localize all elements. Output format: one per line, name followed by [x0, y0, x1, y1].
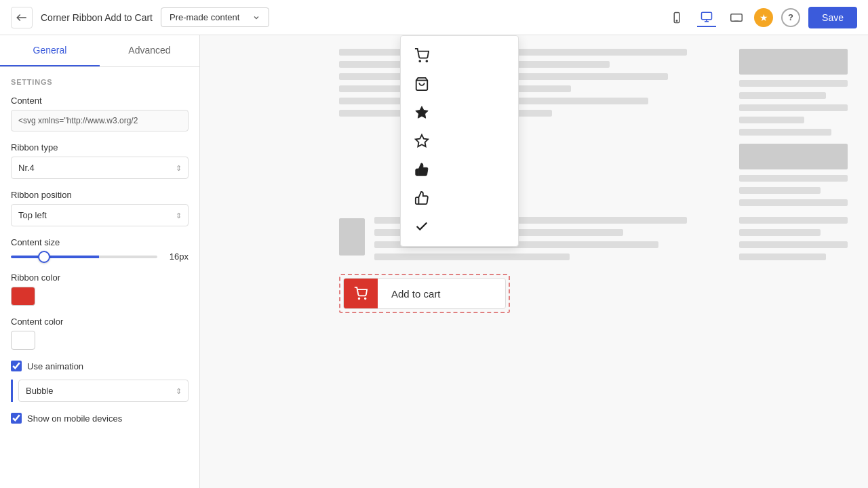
save-button[interactable]: Save: [808, 7, 857, 28]
content-label: Content: [11, 96, 189, 106]
star-badge-icon[interactable]: ★: [754, 8, 773, 27]
ribbon-type-field-group: Ribbon type Nr.1Nr.2Nr.3Nr.4Nr.5: [11, 142, 189, 179]
content-size-slider-row: 16px: [11, 251, 189, 262]
use-animation-checkbox[interactable]: [11, 361, 22, 371]
skeleton-line: [739, 117, 804, 123]
tab-advanced[interactable]: Advanced: [100, 35, 199, 66]
skeleton-line: [739, 175, 848, 182]
widescreen-icon[interactable]: [727, 8, 746, 27]
svg-point-10: [365, 298, 366, 300]
add-to-cart-label: Add to cart: [378, 280, 454, 308]
preview-thumbnail: [339, 218, 365, 256]
content-size-value: 16px: [164, 251, 189, 262]
premade-content-dropdown[interactable]: Pre-made content: [161, 7, 269, 27]
ribbon-type-select[interactable]: Nr.1Nr.2Nr.3Nr.4Nr.5: [11, 157, 189, 179]
svg-point-9: [359, 298, 360, 300]
ribbon-color-swatch[interactable]: [11, 287, 35, 306]
skeleton-line: [739, 129, 831, 136]
dropdown-item-star-outline[interactable]: [401, 127, 518, 155]
svg-rect-2: [702, 12, 712, 20]
skeleton-line: [739, 229, 821, 236]
back-button[interactable]: [11, 7, 33, 28]
skeleton-line: [739, 187, 821, 194]
animation-select-border: BubblePulseShakeBounce: [11, 380, 189, 402]
skeleton-line: [739, 104, 848, 111]
svg-rect-3: [731, 14, 743, 21]
svg-point-4: [419, 60, 420, 62]
ribbon-position-select[interactable]: Top leftTop rightBottom leftBottom right: [11, 204, 189, 226]
animation-type-select-wrapper: BubblePulseShakeBounce: [18, 380, 189, 402]
ribbon-type-label: Ribbon type: [11, 142, 189, 152]
content-input[interactable]: [11, 110, 189, 131]
sidebar-content: SETTINGS Content Ribbon type Nr.1Nr.2Nr.…: [0, 67, 199, 488]
ribbon-position-select-wrapper: Top leftTop rightBottom leftBottom right: [11, 204, 189, 226]
animation-type-field-group: BubblePulseShakeBounce: [11, 380, 189, 402]
add-to-cart-button[interactable]: Add to cart: [343, 278, 506, 309]
dropdown-item-thumbs-up-outline[interactable]: [401, 184, 518, 212]
ribbon-position-label: Ribbon position: [11, 190, 189, 200]
content-color-swatch-row: [11, 331, 189, 350]
skeleton-line: [739, 241, 848, 248]
header: Corner Ribbon Add to Cart Pre-made conte…: [0, 0, 868, 35]
svg-point-5: [426, 60, 427, 62]
desktop-icon[interactable]: [697, 8, 716, 27]
settings-section-label: SETTINGS: [11, 78, 189, 86]
main-layout: General Advanced SETTINGS Content Ribbon…: [0, 35, 868, 488]
content-size-label: Content size: [11, 237, 189, 247]
content-size-field-group: Content size 16px: [11, 237, 189, 262]
sidebar-tabs: General Advanced: [0, 35, 199, 67]
preview-right-col: [739, 49, 848, 206]
skeleton-box: [739, 144, 848, 169]
skeleton-line: [739, 217, 848, 224]
skeleton-box: [739, 49, 848, 75]
add-to-cart-wrapper: Add to cart: [339, 274, 510, 313]
sidebar: General Advanced SETTINGS Content Ribbon…: [0, 35, 200, 488]
dropdown-item-basket[interactable]: [401, 70, 518, 98]
content-color-swatch[interactable]: [11, 331, 35, 350]
skeleton-line: [739, 253, 826, 260]
preview-left-lines: [339, 49, 726, 206]
skeleton-line: [739, 199, 848, 206]
tab-general[interactable]: General: [0, 35, 100, 66]
animation-type-select[interactable]: BubblePulseShakeBounce: [18, 380, 189, 402]
ribbon-type-select-wrapper: Nr.1Nr.2Nr.3Nr.4Nr.5: [11, 157, 189, 179]
canvas: Add to cart: [200, 35, 868, 488]
help-icon[interactable]: ?: [781, 8, 800, 27]
dropdown-label: Pre-made content: [170, 12, 239, 22]
ribbon-badge: [344, 279, 378, 308]
svg-marker-8: [416, 135, 428, 146]
show-mobile-checkbox[interactable]: [11, 413, 22, 424]
show-mobile-row: Show on mobile devices: [11, 413, 189, 424]
content-field-group: Content: [11, 96, 189, 131]
device-icons: [667, 8, 746, 27]
skeleton-line: [739, 92, 826, 99]
ribbon-color-swatch-row: [11, 287, 189, 306]
dropdown-item-check[interactable]: [401, 212, 518, 241]
dropdown-item-cart[interactable]: [401, 41, 518, 70]
svg-point-1: [676, 20, 677, 21]
content-color-label: Content color: [11, 317, 189, 327]
skeleton-line: [374, 253, 570, 260]
ribbon-color-label: Ribbon color: [11, 272, 189, 283]
content-size-slider[interactable]: [11, 256, 157, 258]
use-animation-label[interactable]: Use animation: [27, 361, 83, 371]
show-mobile-label[interactable]: Show on mobile devices: [27, 413, 122, 424]
preview-second-right: [739, 217, 848, 260]
premade-content-dropdown-menu: [400, 35, 519, 247]
dropdown-item-thumbs-up-filled[interactable]: [401, 155, 518, 184]
mobile-icon[interactable]: [667, 8, 686, 27]
skeleton-line: [739, 80, 848, 87]
content-color-field-group: Content color: [11, 317, 189, 350]
use-animation-row: Use animation: [11, 361, 189, 371]
page-title: Corner Ribbon Add to Cart: [41, 12, 153, 23]
svg-marker-7: [416, 106, 428, 118]
dropdown-item-star-filled[interactable]: [401, 98, 518, 127]
ribbon-position-field-group: Ribbon position Top leftTop rightBottom …: [11, 190, 189, 226]
ribbon-color-field-group: Ribbon color: [11, 272, 189, 306]
